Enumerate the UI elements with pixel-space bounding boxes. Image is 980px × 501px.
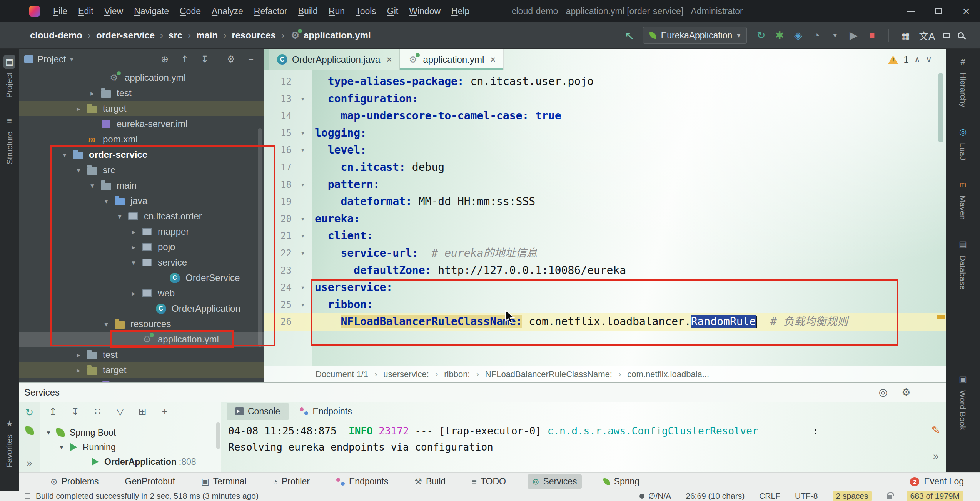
editor-crumb-com-netflix-loadbala[interactable]: com.netflix.loadbala...	[627, 369, 709, 379]
fold-marker-icon[interactable]: ▾	[297, 296, 309, 314]
tool-window-button-endpoints[interactable]: Endpoints	[331, 474, 393, 489]
minimize-button[interactable]	[897, 0, 925, 22]
rerun-icon[interactable]: ↻	[24, 407, 35, 419]
profiler-icon[interactable]: ◔	[811, 30, 822, 42]
editor-scrollbar[interactable]	[938, 73, 943, 142]
tree-chevron-icon[interactable]: ▾	[86, 181, 99, 190]
editor-crumb-document-1-1[interactable]: Document 1/1	[316, 369, 368, 379]
breadcrumb-item-src[interactable]: src	[169, 30, 182, 41]
editor-body[interactable]: 12 type-aliases-package: cn.itcast.user.…	[264, 70, 946, 366]
code-line-17[interactable]: 17 cn.itcast: debug	[264, 159, 946, 176]
menu-run[interactable]: Run	[324, 4, 349, 19]
more-chevrons-icon[interactable]: »	[24, 457, 35, 469]
menu-view[interactable]: View	[100, 4, 128, 19]
menu-navigate[interactable]: Navigate	[129, 4, 174, 19]
more-chevrons-icon[interactable]: »	[933, 450, 938, 462]
add-icon[interactable]: +	[159, 406, 170, 417]
code-line-26[interactable]: 26 NFLoadBalancerRuleClassName: com.netf…	[264, 313, 946, 331]
menu-window[interactable]: Window	[404, 4, 445, 19]
tool-window-button-profiler[interactable]: ◔Profiler	[268, 474, 314, 489]
expand-all-icon[interactable]: ↥	[47, 406, 59, 417]
close-tab-icon[interactable]: ×	[490, 54, 496, 65]
tool-stripe-word-book[interactable]: ▣Word Book	[957, 372, 969, 430]
run-configuration-selector[interactable]: EurekaApplication ▾	[643, 27, 747, 44]
tool-window-button-event-log[interactable]: 2Event Log	[905, 474, 968, 489]
code-line-24[interactable]: 24▾userservice:	[264, 279, 946, 296]
fold-marker-icon[interactable]: ▾	[297, 210, 309, 228]
tool-stripe-maven[interactable]: mMaven	[957, 178, 968, 220]
breadcrumb-item-application-yml[interactable]: ⚙application.yml	[290, 30, 371, 41]
menu-help[interactable]: Help	[447, 4, 474, 19]
editor-crumb-ribbon[interactable]: ribbon:	[444, 369, 470, 379]
menu-edit[interactable]: Edit	[73, 4, 98, 19]
tool-window-button-services[interactable]: ⊚Services	[528, 474, 582, 489]
code-line-14[interactable]: 14 map-underscore-to-camel-case: true	[264, 107, 946, 125]
locate-icon[interactable]: ⊕	[159, 54, 170, 65]
tool-stripe-database[interactable]: ▤Database	[957, 237, 969, 290]
service-item-orderapplication[interactable]: OrderApplication:808	[40, 454, 221, 469]
console-tab-endpoints[interactable]: Endpoints	[291, 403, 360, 420]
float-mode-icon[interactable]: ◎	[877, 386, 889, 398]
background-tasks-icon[interactable]	[25, 493, 30, 499]
breadcrumb-item-cloud-demo[interactable]: cloud-demo	[30, 30, 82, 41]
fold-marker-icon[interactable]: ▾	[297, 245, 309, 262]
rerun-icon[interactable]: ↻	[755, 29, 767, 42]
tree-item-orderapplication[interactable]: COrderApplication	[19, 301, 264, 316]
tree-item-web[interactable]: ▸web	[19, 286, 264, 301]
service-item-spring-boot[interactable]: ▾Spring Boot	[40, 425, 221, 440]
coverage-icon[interactable]: ◈	[792, 29, 804, 42]
tree-item-resources[interactable]: ▾resources	[19, 316, 264, 332]
status-widget-utf-8[interactable]: UTF-8	[795, 491, 818, 501]
tool-window-button-build[interactable]: ⚒Build	[410, 474, 450, 489]
breadcrumb-item-main[interactable]: main	[196, 30, 218, 41]
menu-tools[interactable]: Tools	[351, 4, 381, 19]
window-icon[interactable]	[943, 33, 950, 38]
status-widget-n-a[interactable]: ∅/N/A	[639, 491, 671, 501]
fold-marker-icon[interactable]: ▾	[297, 176, 309, 194]
status-widget-lock[interactable]	[887, 493, 892, 499]
resume-icon[interactable]: ▶	[848, 29, 859, 42]
tree-item-application-yml[interactable]: ⚙application.yml	[19, 70, 264, 85]
settings-icon[interactable]: ⚙	[225, 54, 237, 65]
collapse-all-icon[interactable]: ↧	[199, 54, 210, 65]
console-tab-console[interactable]: Console	[227, 403, 289, 420]
tree-item-src[interactable]: ▾src	[19, 162, 264, 178]
tool-stripe-structure[interactable]: ≡Structure	[5, 114, 14, 164]
code-line-15[interactable]: 15▾logging:	[264, 125, 946, 142]
expand-all-icon[interactable]: ↥	[179, 54, 190, 65]
tree-item-orderservice[interactable]: COrderService	[19, 270, 264, 286]
tree-chevron-icon[interactable]: ▸	[72, 366, 85, 375]
tree-chevron-icon[interactable]: ▸	[72, 351, 85, 359]
tree-item-eureka-server-iml[interactable]: eureka-server.iml	[19, 116, 264, 132]
tree-chevron-icon[interactable]: ▸	[127, 289, 140, 298]
services-tree-scrollbar[interactable]	[216, 422, 220, 449]
tree-chevron-icon[interactable]: ▸	[86, 89, 99, 98]
tree-chevron-icon[interactable]: ▾	[100, 197, 113, 205]
tree-chevron-icon[interactable]: ▾	[113, 212, 126, 221]
translate-icon[interactable]: 文A	[919, 28, 935, 42]
navigate-back-icon[interactable]: ↖	[625, 29, 634, 42]
tool-window-button-todo[interactable]: ≡TODO	[467, 474, 511, 489]
hide-icon[interactable]: −	[245, 54, 257, 65]
run-options-chevron-icon[interactable]: ▾	[829, 31, 841, 40]
tool-window-button-terminal[interactable]: ▣Terminal	[197, 474, 251, 489]
console-output[interactable]: 04-08 11:25:48:875 INFO 23172 --- [trap-…	[221, 421, 946, 455]
tree-item-java[interactable]: ▾java	[19, 193, 264, 209]
group-by-icon[interactable]: ∷	[92, 406, 104, 417]
tree-chevron-icon[interactable]: ▾	[43, 429, 54, 437]
tree-chevron-icon[interactable]: ▸	[72, 104, 85, 113]
menu-refactor[interactable]: Refactor	[249, 4, 292, 19]
tree-chevron-icon[interactable]: ▸	[127, 227, 140, 236]
debug-icon[interactable]: ✱	[774, 29, 785, 42]
project-view-title[interactable]: Project	[37, 54, 66, 65]
tool-window-button-genprotobuf[interactable]: GenProtobuf	[120, 474, 180, 489]
editor-tab-orderapplication-java[interactable]: COrderApplication.java×	[269, 49, 400, 70]
next-warning-icon[interactable]: ∨	[926, 55, 932, 65]
code-line-13[interactable]: 13▾ configuration:	[264, 90, 946, 108]
fold-marker-icon[interactable]: ▾	[297, 125, 309, 142]
status-widget-26-69-10-chars[interactable]: 26:69 (10 chars)	[686, 491, 745, 501]
editor-crumb-userservice[interactable]: userservice:	[383, 369, 429, 379]
menu-git[interactable]: Git	[382, 4, 403, 19]
search-icon[interactable]	[958, 32, 964, 38]
tool-stripe-hierarchy[interactable]: #Hierarchy	[958, 55, 968, 107]
